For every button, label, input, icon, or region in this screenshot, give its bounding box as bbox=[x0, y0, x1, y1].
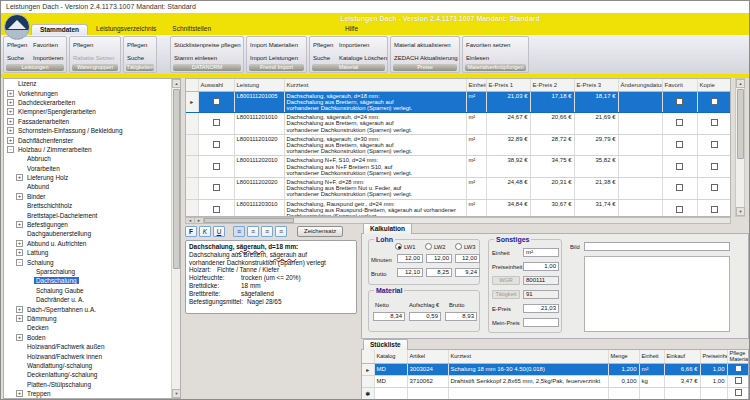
tree-item[interactable]: -Holzbau / Zimmerarbeiten bbox=[4, 145, 180, 154]
expand-icon[interactable]: + bbox=[7, 137, 14, 144]
brutto-lw2-field[interactable]: 8,25 bbox=[426, 268, 452, 277]
field-preiseinheit[interactable]: 1,00 bbox=[523, 262, 559, 271]
kopie-checkbox[interactable] bbox=[711, 119, 718, 126]
expand-icon[interactable]: + bbox=[16, 315, 23, 322]
favorit-checkbox[interactable] bbox=[676, 119, 683, 126]
radio-lw1[interactable] bbox=[395, 243, 402, 250]
tree-item[interactable]: +Schornstein-Einfassung / Bekleidung bbox=[4, 126, 180, 135]
expand-icon[interactable]: + bbox=[7, 118, 14, 125]
tab-leistungsverzeichnis[interactable]: Leistungsverzeichnis bbox=[88, 24, 164, 35]
expand-icon[interactable]: + bbox=[16, 249, 23, 256]
tree-item[interactable]: Schalung Gaube bbox=[4, 286, 180, 295]
ribbon-button[interactable]: Rabatte Setzen bbox=[73, 55, 114, 61]
expand-icon[interactable]: + bbox=[7, 99, 14, 106]
scroll-up-icon[interactable]: ▲ bbox=[172, 79, 181, 88]
tree-scrollbar-thumb[interactable] bbox=[173, 89, 180, 269]
tree-item[interactable]: +Dach-/Sperrbahnen u.A. bbox=[4, 304, 180, 313]
expand-icon[interactable]: + bbox=[7, 127, 14, 134]
tab-stammdaten[interactable]: Stammdaten bbox=[31, 24, 88, 35]
tree-item[interactable]: Decken bbox=[4, 323, 180, 332]
tab-kalkulation[interactable]: Kalkulation bbox=[363, 223, 412, 234]
tree-item[interactable]: +Dachflächenfenster bbox=[4, 135, 180, 144]
tree-item[interactable]: +Boden bbox=[4, 333, 180, 342]
auswahl-checkbox[interactable] bbox=[213, 184, 220, 191]
tree-item[interactable]: Platten-/Stülpschalung bbox=[4, 380, 180, 389]
ribbon-button[interactable]: Pflegen bbox=[127, 42, 147, 48]
tree-item[interactable]: Wandlattung/-schalung bbox=[4, 361, 180, 370]
favorit-checkbox[interactable] bbox=[676, 206, 683, 213]
kopie-checkbox[interactable] bbox=[711, 184, 718, 191]
auswahl-checkbox[interactable] bbox=[213, 141, 220, 148]
ribbon-button[interactable]: Import Materialien bbox=[250, 42, 298, 48]
bold-button[interactable]: F bbox=[185, 226, 197, 237]
expand-icon[interactable]: + bbox=[7, 108, 14, 115]
favorit-checkbox[interactable] bbox=[676, 184, 683, 191]
kopie-checkbox[interactable] bbox=[711, 98, 718, 105]
expand-icon[interactable]: + bbox=[16, 193, 23, 200]
expand-icon[interactable]: + bbox=[16, 390, 23, 397]
radio-lw3[interactable] bbox=[455, 243, 462, 250]
pflege-material-checkbox[interactable] bbox=[735, 377, 742, 384]
collapse-icon[interactable]: - bbox=[16, 259, 23, 266]
tree-item[interactable]: -Schalung bbox=[4, 257, 180, 266]
tab-hilfe[interactable]: Hilfe bbox=[337, 24, 366, 35]
tree-item[interactable]: +Fassadenarbeiten bbox=[4, 117, 180, 126]
material-brutto-field[interactable]: 8,93 bbox=[445, 312, 477, 321]
minuten-lw2-field[interactable]: 12,00 bbox=[426, 254, 452, 263]
scroll-up-icon[interactable]: ▲ bbox=[736, 79, 745, 88]
grid-scrollbar[interactable]: ▲ ▼ bbox=[735, 78, 745, 217]
favorit-checkbox[interactable] bbox=[676, 98, 683, 105]
scroll-down-icon[interactable]: ▼ bbox=[736, 207, 745, 216]
minuten-lw1-field[interactable]: 12,00 bbox=[397, 254, 423, 263]
tab-schnittstellen[interactable]: Schnittstellen bbox=[164, 24, 219, 35]
expand-icon[interactable]: + bbox=[7, 90, 14, 97]
table-row[interactable]: L800111202020Dachschalung N+F, d=28 mm: … bbox=[186, 177, 731, 199]
description-editor[interactable]: Dachschalung, sägerauh, d=18 mm:Dachscha… bbox=[185, 240, 357, 314]
collapse-icon[interactable]: - bbox=[7, 146, 14, 153]
expand-icon[interactable]: + bbox=[16, 334, 23, 341]
minuten-lw3-field[interactable]: 12,00 bbox=[455, 254, 480, 263]
ribbon-button[interactable]: Importieren bbox=[339, 42, 369, 48]
scroll-left-icon[interactable]: ◄ bbox=[186, 218, 195, 223]
expand-icon[interactable]: + bbox=[16, 221, 23, 228]
ribbon-button[interactable]: Stamm einlesen bbox=[174, 55, 217, 61]
auswahl-checkbox[interactable] bbox=[213, 163, 220, 170]
tree-item[interactable]: Dachränder u. A. bbox=[4, 295, 180, 304]
ribbon-button[interactable]: Material aktualisieren bbox=[394, 42, 451, 48]
ribbon-button[interactable]: Pflegen bbox=[73, 42, 93, 48]
table-row[interactable]: L800111203010Dachschalung, Rauspund getr… bbox=[186, 199, 731, 217]
field-mein-preis[interactable] bbox=[523, 318, 559, 327]
auswahl-checkbox[interactable] bbox=[213, 206, 220, 213]
auswahl-checkbox[interactable] bbox=[213, 119, 220, 126]
tree-item[interactable]: Sparschalung bbox=[4, 267, 180, 276]
align-left-button[interactable]: ≡ bbox=[233, 226, 245, 237]
grid-scrollbar-thumb[interactable] bbox=[737, 89, 744, 159]
brutto-lw1-field[interactable]: 12,10 bbox=[397, 268, 423, 277]
pflege-material-checkbox[interactable] bbox=[735, 365, 742, 372]
bild-field[interactable] bbox=[584, 242, 730, 251]
ribbon-button[interactable]: Suche bbox=[7, 55, 33, 61]
aufschlag-field[interactable]: 0,59 bbox=[409, 312, 441, 321]
expand-icon[interactable]: + bbox=[16, 174, 23, 181]
underline-button[interactable]: U bbox=[213, 226, 225, 237]
ribbon-button[interactable]: Favoriten bbox=[33, 42, 58, 48]
scroll-right-icon[interactable]: ► bbox=[195, 218, 204, 223]
align-justify-button[interactable]: ≡ bbox=[275, 226, 287, 237]
tree-item[interactable]: +Dämmung bbox=[4, 314, 180, 323]
charset-button[interactable]: Zeichensatz bbox=[297, 226, 343, 237]
tree-item[interactable]: Abbruch bbox=[4, 154, 180, 163]
tree-item[interactable]: Holzwand/Fachwerk außen bbox=[4, 342, 180, 351]
ribbon-button[interactable]: Stücklistenpreise pflegen bbox=[174, 42, 241, 48]
tree-item[interactable]: Brettstapel-Dachelement bbox=[4, 210, 180, 219]
favorit-checkbox[interactable] bbox=[676, 141, 683, 148]
tree-item[interactable]: +Lattung bbox=[4, 248, 180, 257]
ribbon-button[interactable]: Suche bbox=[127, 55, 144, 61]
kopie-checkbox[interactable] bbox=[711, 163, 718, 170]
ribbon-button[interactable]: Import Leistungen bbox=[250, 55, 298, 61]
tree-item[interactable]: +Lieferung Holz bbox=[4, 173, 180, 182]
tree-item[interactable]: +Dachdeckerarbeiten bbox=[4, 98, 180, 107]
auswahl-checkbox[interactable] bbox=[213, 98, 220, 105]
tree-item[interactable]: +Klempner/Spenglerarbeiten bbox=[4, 107, 180, 116]
ribbon-button[interactable]: Pflegen bbox=[7, 42, 33, 48]
radio-lw2[interactable] bbox=[425, 243, 432, 250]
